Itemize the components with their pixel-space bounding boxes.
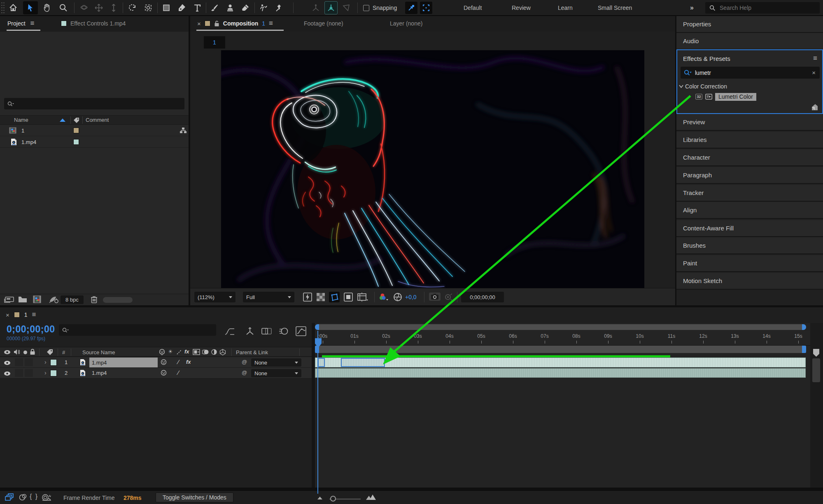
panel-brushes[interactable]: Brushes [676, 237, 823, 254]
puppet-pin-tool-icon[interactable] [272, 1, 287, 14]
viewer-mini-tab[interactable]: 1 [204, 36, 225, 49]
audio-column-icon[interactable] [14, 349, 20, 355]
snapping-control[interactable]: Snapping [363, 0, 397, 16]
panel-tracker[interactable]: Tracker [676, 185, 823, 202]
timeline-tab[interactable]: 1 [6, 307, 36, 322]
clear-search-icon[interactable] [812, 69, 816, 77]
panel-menu-icon[interactable] [269, 19, 273, 28]
timeline-zoom-slider-knob[interactable] [330, 496, 336, 502]
local-axis-mode-icon[interactable] [310, 1, 322, 14]
navigator-start-handle[interactable] [315, 324, 319, 330]
pen-tool-icon[interactable] [175, 1, 189, 14]
solo-column-icon[interactable] [23, 351, 27, 354]
clone-stamp-tool-icon[interactable] [223, 1, 238, 14]
project-search-input[interactable] [16, 101, 173, 107]
column-parent-link[interactable]: Parent & Link [236, 349, 268, 355]
panel-character[interactable]: Character [676, 149, 823, 166]
playhead-line[interactable] [317, 331, 318, 494]
workspace-overflow-chevron[interactable]: » [690, 0, 694, 16]
interpret-footage-icon[interactable] [3, 296, 14, 304]
snap-to-feature-icon[interactable] [405, 2, 417, 14]
snapping-checkbox[interactable] [363, 5, 369, 11]
shy-column-icon[interactable] [159, 349, 166, 355]
expand-layer-chevron[interactable] [44, 359, 47, 365]
parent-dropdown[interactable]: None [251, 369, 301, 377]
column-source-name[interactable]: Source Name [82, 349, 115, 355]
audio-cell[interactable] [15, 358, 23, 366]
item-label-swatch[interactable] [73, 128, 79, 133]
layer-label-swatch[interactable] [50, 359, 57, 366]
transparency-grid-icon[interactable] [316, 292, 326, 302]
roto-brush-tool-icon[interactable] [256, 1, 271, 14]
panel-audio[interactable]: Audio [676, 33, 823, 50]
magnification-dropdown[interactable]: (112%) [194, 292, 235, 302]
work-area-bar[interactable] [315, 346, 806, 353]
label-column-icon[interactable] [73, 117, 80, 123]
fx-column-icon[interactable]: fx [184, 348, 189, 355]
camera-tool-icon[interactable] [141, 1, 156, 14]
close-icon[interactable] [197, 20, 201, 27]
panel-menu-icon[interactable] [32, 311, 36, 319]
zoom-tool-icon[interactable] [56, 1, 71, 14]
navigator-end-handle[interactable] [802, 324, 806, 330]
brush-tool-icon[interactable] [207, 1, 222, 14]
dolly-camera-tool-icon[interactable] [106, 1, 121, 14]
frame-blending-icon[interactable] [261, 327, 272, 335]
time-navigator-bar[interactable] [315, 324, 806, 330]
render-engine-icon[interactable] [49, 295, 58, 304]
panel-content-aware-fill[interactable]: Content-Aware Fill [676, 220, 823, 237]
snap-bounding-box-icon[interactable] [420, 2, 432, 14]
layer-row-1[interactable]: 1 1.mp4 ∕ fx None [0, 357, 312, 368]
layer-name-selected[interactable]: 1.mp4 [89, 358, 158, 367]
comp-marker-bin-icon[interactable] [813, 348, 820, 357]
orbit-camera-tool-icon[interactable] [77, 1, 91, 14]
home-icon[interactable] [6, 1, 21, 14]
guides-options-icon[interactable] [357, 292, 368, 302]
column-comment[interactable]: Comment [86, 117, 109, 123]
panel-preview[interactable]: Preview [676, 114, 823, 131]
frame-blend-column-icon[interactable] [193, 349, 200, 355]
type-tool-icon[interactable] [190, 1, 205, 14]
column-index[interactable]: # [62, 349, 65, 355]
region-of-interest-icon[interactable] [343, 292, 353, 302]
viewer-timecode[interactable]: 0;00;00;00 [461, 292, 504, 302]
world-axis-mode-icon[interactable] [324, 1, 338, 14]
help-search[interactable] [705, 2, 820, 14]
selection-tool-icon[interactable] [23, 1, 38, 14]
hand-tool-icon[interactable] [40, 1, 54, 14]
workspace-tab-small-screen[interactable]: Small Screen [598, 0, 632, 16]
vertical-scrollbar[interactable] [812, 358, 820, 382]
layer-in-handle[interactable] [318, 358, 325, 367]
horizontal-scrollbar[interactable] [103, 297, 133, 303]
new-folder-icon[interactable] [18, 296, 27, 303]
collapse-column-icon[interactable]: ☀ [168, 348, 173, 355]
3d-layer-column-icon[interactable] [219, 349, 226, 355]
tab-project[interactable]: Project [7, 16, 35, 31]
rectangle-tool-icon[interactable] [159, 1, 174, 14]
eye-column-icon[interactable] [4, 350, 11, 355]
layer-quality-icon[interactable]: ∕ [178, 369, 179, 376]
timeline-search-input[interactable] [71, 327, 203, 333]
workspace-tab-learn[interactable]: Learn [558, 0, 573, 16]
layer-name[interactable]: 1.mp4 [92, 370, 107, 376]
project-item-footage[interactable]: 1.mp4 [0, 137, 189, 148]
current-timecode[interactable]: 0;00;00;00 00000 (29.97 fps) [7, 324, 55, 341]
graph-editor-icon[interactable] [296, 326, 306, 336]
pick-whip-icon[interactable] [242, 369, 247, 376]
unlock-icon[interactable] [214, 21, 219, 27]
effect-result-lumetri[interactable]: 32 Lumetri Color [677, 91, 822, 102]
parent-dropdown[interactable]: None [251, 358, 301, 367]
panel-motion-sketch[interactable]: Motion Sketch [676, 273, 823, 290]
project-item-composition[interactable]: 1 [0, 125, 189, 136]
project-column-header[interactable]: Name Comment [0, 115, 189, 125]
exposure-icon[interactable] [393, 292, 403, 302]
panel-libraries[interactable]: Libraries [676, 132, 823, 149]
panel-paragraph[interactable]: Paragraph [676, 167, 823, 184]
close-icon[interactable] [6, 311, 9, 318]
playhead-marker[interactable] [314, 338, 322, 349]
tab-composition[interactable]: Composition 1 [197, 16, 273, 31]
composition-image[interactable] [221, 50, 644, 288]
toolbar-grip[interactable] [1, 2, 5, 14]
pan-camera-tool-icon[interactable] [91, 1, 106, 14]
layer-visibility-eye-icon[interactable] [4, 360, 11, 365]
